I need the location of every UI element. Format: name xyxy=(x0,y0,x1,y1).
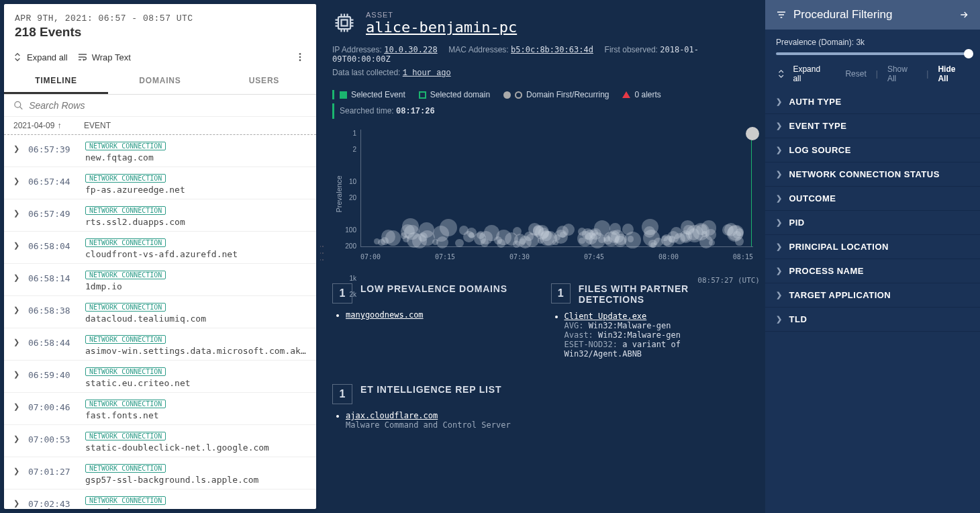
data-point[interactable] xyxy=(403,236,409,242)
data-point[interactable] xyxy=(709,240,715,246)
data-point[interactable] xyxy=(455,239,463,247)
filter-section[interactable]: ❯PID xyxy=(765,211,980,235)
filter-section[interactable]: ❯NETWORK CONNECTION STATUS xyxy=(765,162,980,187)
data-point[interactable] xyxy=(436,236,448,248)
filter-section[interactable]: ❯PRINCIPAL LOCATION xyxy=(765,235,980,259)
legend-domain-recurring-icon xyxy=(515,91,522,99)
tab-domains[interactable]: DOMAINS xyxy=(108,69,212,94)
svg-point-3 xyxy=(15,101,21,107)
filter-section[interactable]: ❯OUTCOME xyxy=(765,187,980,211)
hide-all-button[interactable]: Hide All xyxy=(935,64,969,83)
table-row[interactable]: ❯06:57:39NETWORK_CONNECTIONnew.fqtag.com xyxy=(4,135,316,167)
chevron-right-icon: ❯ xyxy=(776,170,783,179)
table-row[interactable]: ❯07:00:53NETWORK_CONNECTIONstatic-double… xyxy=(4,425,316,457)
chevron-right-icon: ❯ xyxy=(13,202,21,218)
filter-section[interactable]: ❯PROCESS NAME xyxy=(765,259,980,283)
show-all-button[interactable]: Show All xyxy=(885,64,920,83)
file-name[interactable]: Client Update.exe xyxy=(565,312,647,321)
table-row[interactable]: ❯06:59:40NETWORK_CONNECTIONstatic.eu.cri… xyxy=(4,361,316,393)
chevron-right-icon: ❯ xyxy=(776,291,783,299)
table-row[interactable]: ❯07:00:46NETWORK_CONNECTIONfast.fonts.ne… xyxy=(4,393,316,425)
et-item[interactable]: ajax.cloudflare.com xyxy=(346,411,438,420)
col-header-date[interactable]: 2021-04-09 ↑ xyxy=(13,121,84,130)
row-time: 06:58:14 xyxy=(28,267,79,283)
table-row[interactable]: ❯07:02:43NETWORK_CONNECTIONstatic1.squar… xyxy=(4,489,316,509)
prevalence-slider[interactable] xyxy=(776,52,969,55)
filter-section[interactable]: ❯LOG SOURCE xyxy=(765,138,980,162)
chevron-right-icon: ❯ xyxy=(13,428,21,443)
asset-name[interactable]: alice-benjamin-pc xyxy=(366,19,517,36)
chevron-right-icon: ❯ xyxy=(13,363,21,379)
row-time: 07:01:27 xyxy=(28,460,79,477)
row-time: 06:57:49 xyxy=(28,202,79,219)
expand-all-button[interactable]: Expand all xyxy=(12,52,68,62)
et-count: 1 xyxy=(332,384,352,404)
table-row[interactable]: ❯07:01:27NETWORK_CONNECTIONgsp57-ssl-bac… xyxy=(4,457,316,489)
row-domain: static1.squarespace.com xyxy=(85,507,307,509)
row-time: 06:58:04 xyxy=(28,234,79,251)
data-point[interactable] xyxy=(644,226,655,238)
searched-time: 08:17:26 xyxy=(396,107,435,116)
slider-thumb[interactable] xyxy=(964,49,973,58)
legend-domain-icon xyxy=(503,91,511,99)
highlight-point[interactable] xyxy=(746,127,759,140)
chevron-right-icon: ❯ xyxy=(13,460,21,475)
data-point[interactable] xyxy=(440,219,457,236)
filter-section[interactable]: ❯EVENT TYPE xyxy=(765,114,980,138)
data-point[interactable] xyxy=(381,237,389,245)
tab-timeline[interactable]: TIMELINE xyxy=(4,69,108,94)
data-point[interactable] xyxy=(418,232,428,242)
data-point[interactable] xyxy=(628,236,634,242)
table-row[interactable]: ❯06:58:44NETWORK_CONNECTIONasimov-win.se… xyxy=(4,328,316,361)
data-point[interactable] xyxy=(552,240,558,246)
sort-asc-icon: ↑ xyxy=(57,121,61,130)
reset-button[interactable]: Reset xyxy=(842,69,869,79)
highlight-line xyxy=(751,130,752,246)
event-type-tag: NETWORK_CONNECTION xyxy=(85,303,166,312)
filter-section[interactable]: ❯TLD xyxy=(765,308,980,332)
data-point[interactable] xyxy=(728,225,744,241)
data-point[interactable] xyxy=(459,226,469,235)
event-type-tag: NETWORK_CONNECTION xyxy=(85,400,166,408)
filter-section[interactable]: ❯TARGET APPLICATION xyxy=(765,283,980,308)
row-time: 07:00:46 xyxy=(28,395,79,412)
data-point[interactable] xyxy=(479,231,493,244)
last-collected[interactable]: 1 hour ago xyxy=(403,68,451,78)
expand-all-filters[interactable]: Expand all xyxy=(793,64,829,83)
table-row[interactable]: ❯06:58:38NETWORK_CONNECTIONdatacloud.tea… xyxy=(4,296,316,328)
data-point[interactable] xyxy=(650,242,656,248)
more-menu-button[interactable] xyxy=(292,49,308,65)
chevron-right-icon: ❯ xyxy=(13,492,21,508)
tab-users[interactable]: USERS xyxy=(212,69,316,94)
wrap-text-button[interactable]: Wrap Text xyxy=(77,52,131,62)
row-time: 06:57:39 xyxy=(28,138,79,154)
table-row[interactable]: ❯06:57:44NETWORK_CONNECTIONfp-as.azureed… xyxy=(4,167,316,199)
table-row[interactable]: ❯06:58:04NETWORK_CONNECTIONcloudfront-vs… xyxy=(4,232,316,264)
prevalence-label: Prevalence (Domain): 3k xyxy=(776,38,969,47)
mac-address[interactable]: b5:0c:8b:30:63:4d xyxy=(511,45,593,54)
arrow-right-icon[interactable] xyxy=(959,9,969,20)
prevalence-chart[interactable]: Prevalence 1210201002001k2k 08:57:27 (UT… xyxy=(332,130,753,261)
data-point[interactable] xyxy=(533,226,544,236)
row-domain: fp-as.azureedge.net xyxy=(85,185,307,195)
table-row[interactable]: ❯06:58:14NETWORK_CONNECTION1dmp.io xyxy=(4,264,316,296)
data-point[interactable] xyxy=(589,232,605,248)
search-input[interactable] xyxy=(29,100,307,111)
low-prev-item[interactable]: manygoodnews.com xyxy=(346,310,424,320)
filter-section[interactable]: ❯AUTH TYPE xyxy=(765,90,980,114)
legend-selected-event-icon xyxy=(340,91,347,99)
col-header-event[interactable]: EVENT xyxy=(84,121,307,130)
data-point[interactable] xyxy=(679,230,692,243)
table-row[interactable]: ❯06:57:49NETWORK_CONNECTIONrts.ssl2.duap… xyxy=(4,199,316,232)
resize-handle-icon[interactable]: ⋮⋮⋮ xyxy=(320,242,326,262)
row-domain: cloudfront-vs-afd.azurefd.net xyxy=(85,249,307,259)
event-type-tag: NETWORK_CONNECTION xyxy=(85,142,166,150)
ip-address[interactable]: 10.0.30.228 xyxy=(384,45,437,54)
event-rows[interactable]: ❯06:57:39NETWORK_CONNECTIONnew.fqtag.com… xyxy=(4,135,316,509)
event-type-tag: NETWORK_CONNECTION xyxy=(85,174,166,183)
row-domain: 1dmp.io xyxy=(85,281,307,291)
main-panel: ⋮⋮⋮ ASSET alice-benjamin-pc IP Addresses… xyxy=(320,0,765,513)
filter-icon xyxy=(776,9,787,20)
low-prev-title: LOW PREVALENCE DOMAINS xyxy=(360,283,507,294)
date-range: APR 9TH, 2021: 06:57 - 08:57 UTC xyxy=(15,13,305,24)
